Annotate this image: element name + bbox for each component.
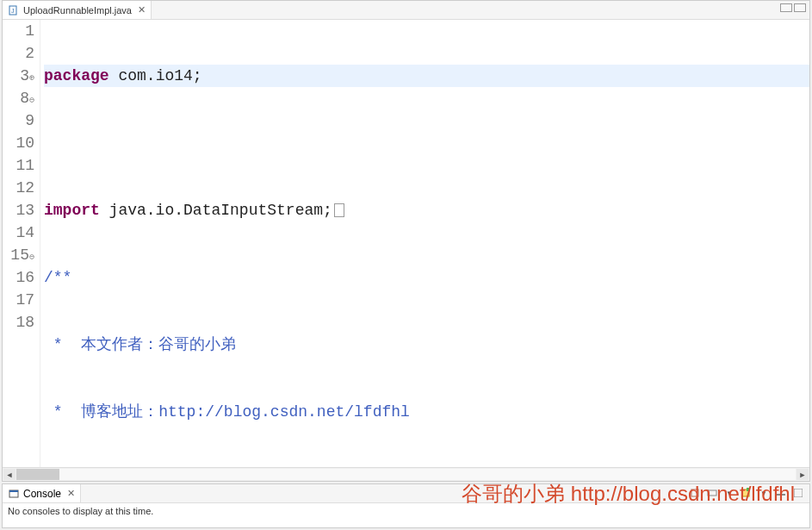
- scroll-left-button[interactable]: ◄: [3, 469, 15, 480]
- editor-window-controls: [780, 3, 806, 12]
- svg-rect-3: [9, 490, 18, 492]
- svg-rect-9: [794, 489, 803, 497]
- editor-tab-bar: J UploadRunnableImpl.java ✕: [3, 1, 809, 20]
- gutter-line: 9: [3, 109, 34, 132]
- code-line: * 本文作者：谷哥的小弟: [44, 334, 809, 356]
- console-tab[interactable]: Console ✕: [3, 484, 81, 502]
- svg-text:J: J: [11, 8, 15, 14]
- code-line: /**: [44, 266, 809, 289]
- gutter-line: 17: [3, 289, 34, 311]
- gutter-line: 16: [3, 266, 34, 289]
- console-tab-title: Console: [23, 488, 61, 500]
- code-body[interactable]: package com.io14; import java.io.DataInp…: [40, 20, 809, 467]
- gutter-line: 8⊖: [3, 87, 34, 109]
- gutter-line: 12: [3, 177, 34, 199]
- scroll-track[interactable]: [16, 469, 796, 480]
- console-icon: [8, 488, 20, 500]
- code-line: package com.io14;: [44, 65, 809, 87]
- code-editor[interactable]: 1 2 3⊕ 8⊖ 9 10 11 12 13 14 15⊖ 16 17 18 …: [3, 20, 809, 467]
- gutter-line: 15⊖: [3, 244, 34, 266]
- editor-pane: J UploadRunnableImpl.java ✕ 1 2 3⊕ 8⊖ 9 …: [2, 0, 810, 482]
- scroll-thumb[interactable]: [16, 469, 59, 480]
- watermark-text: 谷哥的小弟 http://blog.csdn.net/lfdfhl: [462, 480, 795, 508]
- tab-filename: UploadRunnableImpl.java: [23, 5, 132, 16]
- line-number-gutter: 1 2 3⊕ 8⊖ 9 10 11 12 13 14 15⊖ 16 17 18: [3, 20, 40, 467]
- editor-tab[interactable]: J UploadRunnableImpl.java ✕: [3, 1, 152, 19]
- gutter-line: 18: [3, 311, 34, 334]
- console-tab-close[interactable]: ✕: [67, 488, 75, 499]
- gutter-line: 10: [3, 132, 34, 154]
- code-line: import java.io.DataInputStream;: [44, 199, 809, 221]
- gutter-line: 13: [3, 199, 34, 221]
- scroll-right-button[interactable]: ►: [797, 469, 809, 480]
- code-line: [44, 132, 809, 154]
- minimize-button[interactable]: [780, 3, 792, 12]
- code-line: * 博客地址：http://blog.csdn.net/lfdfhl: [44, 401, 809, 423]
- horizontal-scrollbar[interactable]: ◄ ►: [3, 467, 809, 481]
- gutter-line: 11: [3, 154, 34, 177]
- maximize-button[interactable]: [794, 3, 806, 12]
- gutter-line: 1: [3, 20, 34, 42]
- java-file-icon: J: [8, 4, 20, 16]
- collapsed-import-indicator[interactable]: [334, 203, 344, 217]
- gutter-line: 14: [3, 221, 34, 244]
- tab-close-button[interactable]: ✕: [138, 4, 146, 16]
- gutter-line: 3⊕: [3, 65, 34, 87]
- gutter-line: 2: [3, 42, 34, 65]
